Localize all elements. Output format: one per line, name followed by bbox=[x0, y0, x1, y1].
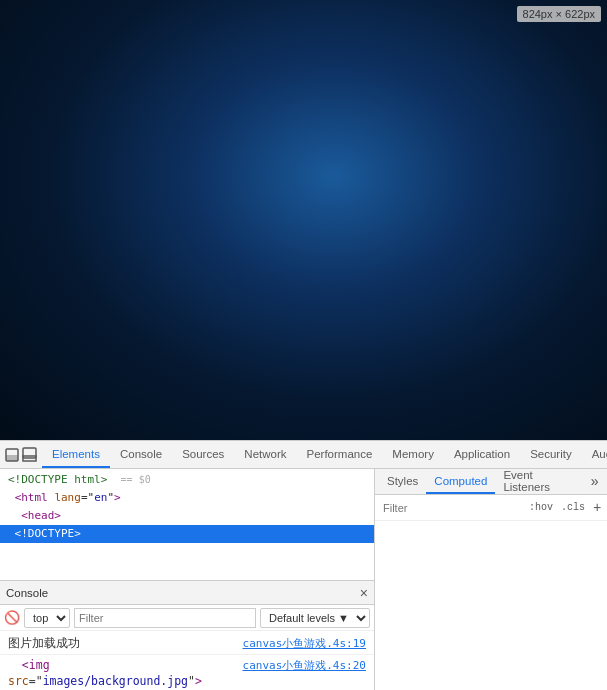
devtools-inspect-icon[interactable] bbox=[22, 445, 38, 465]
dimension-badge: 824px × 622px bbox=[517, 6, 601, 22]
console-title: Console bbox=[6, 587, 48, 599]
tab-audits[interactable]: Audits bbox=[582, 441, 607, 468]
tab-application[interactable]: Application bbox=[444, 441, 520, 468]
tab-styles[interactable]: Styles bbox=[379, 469, 426, 494]
styles-tabs: Styles Computed Event Listeners » bbox=[375, 469, 607, 495]
element-line-doctype[interactable]: <!DOCTYPE html> == $0 bbox=[0, 471, 374, 489]
tab-network[interactable]: Network bbox=[234, 441, 296, 468]
devtools-tabs: Elements Console Sources Network Perform… bbox=[42, 441, 607, 468]
console-context-select[interactable]: top bbox=[24, 608, 70, 628]
element-line-doctype-selected[interactable]: <!DOCTYPE> bbox=[0, 525, 374, 543]
console-message-img: <img src="images/background.jpg"> bbox=[8, 657, 235, 689]
console-section: Console × 🚫 top Default levels ▼ 图片加载成功 bbox=[0, 580, 374, 690]
styles-content[interactable] bbox=[375, 521, 607, 690]
tab-performance[interactable]: Performance bbox=[297, 441, 383, 468]
console-messages: 图片加载成功 canvas小鱼游戏.4s:19 <img src="images… bbox=[0, 631, 374, 690]
devtools-body: <!DOCTYPE html> == $0 <html lang="en"> <… bbox=[0, 469, 607, 690]
console-level-select[interactable]: Default levels ▼ bbox=[260, 608, 370, 628]
styles-hov-button[interactable]: :hov bbox=[525, 500, 557, 515]
devtools-panel: Elements Console Sources Network Perform… bbox=[0, 440, 607, 690]
console-link-1[interactable]: canvas小鱼游戏.4s:19 bbox=[243, 636, 366, 652]
styles-filter-input[interactable] bbox=[379, 498, 525, 518]
element-line-html[interactable]: <html lang="en"> bbox=[0, 489, 374, 507]
tab-sources[interactable]: Sources bbox=[172, 441, 234, 468]
tab-memory[interactable]: Memory bbox=[382, 441, 444, 468]
console-filter-input[interactable] bbox=[74, 608, 256, 628]
console-message-1: 图片加载成功 canvas小鱼游戏.4s:19 bbox=[0, 633, 374, 655]
console-toolbar: Console × bbox=[0, 581, 374, 605]
tab-elements[interactable]: Elements bbox=[42, 441, 110, 468]
elements-panel: <!DOCTYPE html> == $0 <html lang="en"> <… bbox=[0, 469, 375, 690]
console-link-2[interactable]: canvas小鱼游戏.4s:20 bbox=[243, 658, 366, 674]
styles-add-button[interactable]: + bbox=[589, 500, 605, 516]
devtools-toolbar: Elements Console Sources Network Perform… bbox=[0, 441, 607, 469]
tab-computed[interactable]: Computed bbox=[426, 469, 495, 494]
tab-console[interactable]: Console bbox=[110, 441, 172, 468]
devtools-dock-icon[interactable] bbox=[4, 445, 20, 465]
browser-viewport: 824px × 622px bbox=[0, 0, 607, 440]
console-filter-bar: 🚫 top Default levels ▼ bbox=[0, 605, 374, 631]
console-message-2: <img src="images/background.jpg"> canvas… bbox=[0, 655, 374, 690]
console-filter-icon: 🚫 bbox=[4, 610, 20, 626]
element-line-head[interactable]: <head> bbox=[0, 507, 374, 525]
styles-cls-button[interactable]: .cls bbox=[557, 500, 589, 515]
styles-panel: Styles Computed Event Listeners » :hov .… bbox=[375, 469, 607, 690]
styles-filter-bar: :hov .cls + bbox=[375, 495, 607, 521]
elements-content[interactable]: <!DOCTYPE html> == $0 <html lang="en"> <… bbox=[0, 469, 374, 580]
styles-more-tabs[interactable]: » bbox=[587, 474, 603, 490]
tab-security[interactable]: Security bbox=[520, 441, 582, 468]
console-message-text: 图片加载成功 bbox=[8, 635, 235, 651]
svg-rect-1 bbox=[6, 455, 18, 461]
console-close-button[interactable]: × bbox=[360, 585, 368, 601]
tab-event-listeners[interactable]: Event Listeners bbox=[495, 469, 586, 494]
